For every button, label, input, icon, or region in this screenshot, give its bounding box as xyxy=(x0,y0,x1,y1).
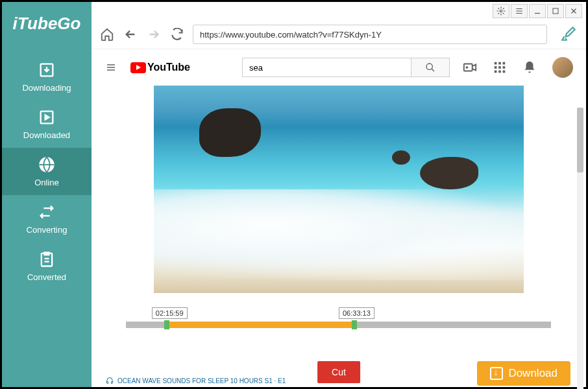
scrollbar-thumb[interactable] xyxy=(577,108,583,172)
close-button[interactable] xyxy=(565,4,582,18)
convert-icon xyxy=(38,203,56,221)
refresh-icon xyxy=(171,28,184,41)
apps-icon[interactable] xyxy=(493,60,507,75)
video-container: 02:15:59 06:33:13 xyxy=(92,86,586,352)
brush-icon xyxy=(560,25,577,42)
sidebar-item-online[interactable]: Online xyxy=(2,148,92,195)
minimize-button[interactable] xyxy=(529,4,546,18)
decorative-foam xyxy=(154,189,524,280)
svg-rect-15 xyxy=(498,71,501,73)
menu-button[interactable] xyxy=(511,4,528,18)
sidebar-item-downloaded[interactable]: Downloaded xyxy=(2,100,92,148)
youtube-actions xyxy=(463,57,573,78)
globe-icon xyxy=(38,156,56,174)
create-icon[interactable] xyxy=(463,60,477,75)
search-icon xyxy=(425,62,435,73)
sidebar-item-label: Converting xyxy=(27,225,67,235)
svg-rect-16 xyxy=(503,71,506,73)
arrow-left-icon xyxy=(123,27,138,41)
timeline-end-label: 06:33:13 xyxy=(339,307,374,319)
svg-rect-11 xyxy=(495,66,497,69)
decorative-rock xyxy=(199,108,261,157)
svg-rect-8 xyxy=(495,62,497,65)
svg-rect-9 xyxy=(498,62,501,65)
browser-navbar xyxy=(92,20,586,49)
app-logo: iTubeGo xyxy=(12,14,80,34)
timeline-start-label: 02:15:59 xyxy=(152,307,188,319)
timeline-end-handle[interactable] xyxy=(352,320,357,329)
cut-button[interactable]: Cut xyxy=(317,361,360,383)
search-input[interactable] xyxy=(242,58,411,77)
refresh-button[interactable] xyxy=(169,27,185,42)
download-icon xyxy=(38,61,56,79)
back-button[interactable] xyxy=(123,27,138,42)
menu-icon xyxy=(515,6,524,16)
settings-button[interactable] xyxy=(493,4,509,18)
timeline-track[interactable] xyxy=(126,322,551,328)
file-icon xyxy=(38,108,56,126)
home-icon xyxy=(100,27,114,41)
gear-icon xyxy=(496,6,506,16)
clipboard-icon xyxy=(38,250,56,268)
url-input[interactable] xyxy=(193,25,547,44)
decorative-rock xyxy=(420,157,478,189)
maximize-button[interactable] xyxy=(547,4,564,18)
timeline-selection xyxy=(164,322,351,328)
sidebar-item-converted[interactable]: Converted xyxy=(2,242,92,290)
youtube-logo[interactable]: YouTube xyxy=(130,62,190,73)
download-icon xyxy=(490,367,503,380)
hamburger-icon[interactable] xyxy=(104,62,117,73)
sidebar-item-label: Online xyxy=(34,178,59,187)
download-label: Download xyxy=(508,367,557,380)
search-container xyxy=(242,58,450,77)
headphones-icon xyxy=(106,377,114,384)
youtube-page: YouTube xyxy=(92,49,586,387)
svg-rect-14 xyxy=(495,71,497,73)
avatar[interactable] xyxy=(552,57,573,78)
scrollbar[interactable] xyxy=(577,108,583,389)
search-button[interactable] xyxy=(411,58,450,77)
svg-point-6 xyxy=(426,64,432,69)
youtube-logo-text: YouTube xyxy=(147,62,190,73)
cut-timeline: 02:15:59 06:33:13 xyxy=(126,307,551,328)
youtube-header: YouTube xyxy=(92,49,586,86)
video-thumbnail[interactable] xyxy=(154,86,524,293)
youtube-play-icon xyxy=(130,62,146,73)
maximize-icon xyxy=(552,7,559,15)
sidebar-item-label: Converted xyxy=(27,272,66,282)
clear-button[interactable] xyxy=(560,25,578,43)
decorative-rock xyxy=(392,150,410,165)
download-button[interactable]: Download xyxy=(477,361,570,386)
svg-rect-10 xyxy=(503,62,506,65)
sidebar-item-converting[interactable]: Converting xyxy=(2,195,92,242)
video-title[interactable]: OCEAN WAVE SOUNDS FOR SLEEP 10 HOURS S1 … xyxy=(117,377,286,384)
titlebar xyxy=(92,2,586,20)
arrow-right-icon xyxy=(147,27,161,41)
sidebar: iTubeGo Downloading Downloaded Online Co… xyxy=(2,2,92,387)
svg-rect-12 xyxy=(498,66,501,69)
sidebar-item-label: Downloading xyxy=(22,83,71,93)
minimize-icon xyxy=(533,6,542,16)
svg-rect-13 xyxy=(503,66,506,69)
svg-point-4 xyxy=(500,10,502,12)
bell-icon[interactable] xyxy=(522,60,537,75)
main-area: YouTube xyxy=(92,2,586,387)
sidebar-item-downloading[interactable]: Downloading xyxy=(2,53,92,100)
svg-rect-5 xyxy=(553,8,558,14)
forward-button[interactable] xyxy=(146,27,162,42)
timeline-start-handle[interactable] xyxy=(164,320,169,329)
footer-title: OCEAN WAVE SOUNDS FOR SLEEP 10 HOURS S1 … xyxy=(106,377,286,384)
home-button[interactable] xyxy=(99,27,115,42)
sidebar-item-label: Downloaded xyxy=(23,130,70,140)
close-icon xyxy=(569,6,578,16)
